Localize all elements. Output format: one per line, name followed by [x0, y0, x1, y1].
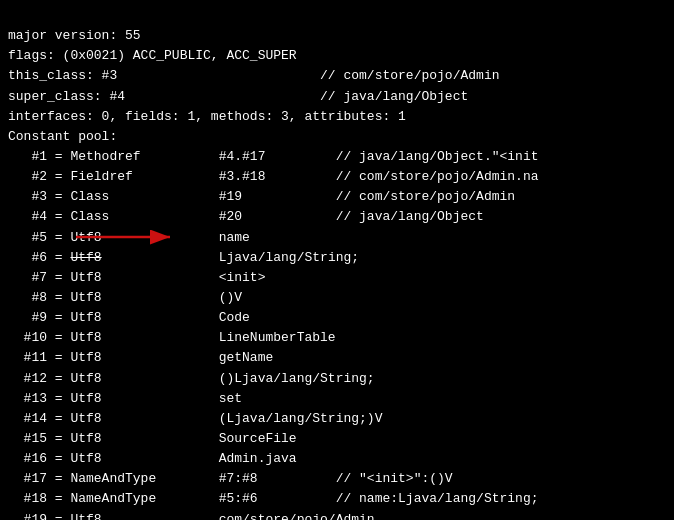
text-entry-14: #14 = Utf8 (Ljava/lang/String;)V	[8, 411, 382, 426]
text-flags: flags: (0x0021) ACC_PUBLIC, ACC_SUPER	[8, 48, 297, 63]
text-entry-15: #15 = Utf8 SourceFile	[8, 431, 297, 446]
text-entry-11: #11 = Utf8 getName	[8, 350, 273, 365]
text-entry-16: #16 = Utf8 Admin.java	[8, 451, 297, 466]
text-entry-13: #13 = Utf8 set	[8, 391, 242, 406]
text-entry-7: #7 = Utf8 <init>	[8, 270, 265, 285]
text-entry-5: #5 = Utf8 name	[8, 230, 250, 245]
text-interfaces: interfaces: 0, fields: 1, methods: 3, at…	[8, 109, 406, 124]
text-entry-6: #6 = Utf8 Ljava/lang/String;	[8, 250, 359, 265]
utf8-strikethrough: Utf8	[70, 250, 101, 265]
text-major: major version: 55	[8, 28, 141, 43]
text-entry-2: #2 = Fieldref #3.#18 // com/store/pojo/A…	[8, 169, 539, 184]
text-super-class: super_class: #4 // java/lang/Object	[8, 89, 468, 104]
text-entry-4: #4 = Class #20 // java/lang/Object	[8, 209, 484, 224]
text-entry-3: #3 = Class #19 // com/store/pojo/Admin	[8, 189, 515, 204]
text-entry-18: #18 = NameAndType #5:#6 // name:Ljava/la…	[8, 491, 539, 506]
text-entry-17: #17 = NameAndType #7:#8 // "<init>":()V	[8, 471, 453, 486]
text-entry-19: #19 = Utf8 com/store/pojo/Admin	[8, 512, 375, 520]
text-entry-9: #9 = Utf8 Code	[8, 310, 250, 325]
terminal-content: major version: 55 flags: (0x0021) ACC_PU…	[0, 0, 674, 520]
text-entry-8: #8 = Utf8 ()V	[8, 290, 242, 305]
text-entry-12: #12 = Utf8 ()Ljava/lang/String;	[8, 371, 375, 386]
text-this-class: this_class: #3 // com/store/pojo/Admin	[8, 68, 499, 83]
text-constant-pool: Constant pool:	[8, 129, 117, 144]
text-entry-1: #1 = Methodref #4.#17 // java/lang/Objec…	[8, 149, 539, 164]
text-entry-10: #10 = Utf8 LineNumberTable	[8, 330, 336, 345]
